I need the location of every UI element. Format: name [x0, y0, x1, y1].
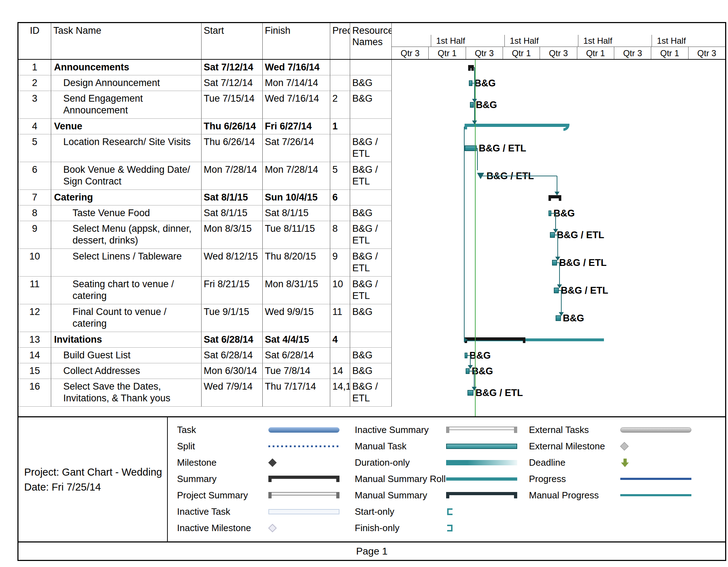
task-start: Mon 6/30/14 — [202, 363, 263, 379]
task-row: 15Collect AddressesMon 6/30/14Tue 7/8/14… — [18, 363, 725, 379]
legend-item: Manual Summary Rollup — [348, 471, 523, 487]
bar-resource-label: B&G — [553, 208, 575, 219]
task-row: 16Select Save the Dates, Invitations, & … — [18, 379, 725, 407]
legend-item: Finish-only — [348, 520, 523, 536]
task-start: Sat 7/12/14 — [202, 75, 263, 91]
task-finish: Sat 8/1/15 — [263, 205, 330, 221]
task-finish: Sat 4/4/15 — [263, 332, 330, 348]
timeline-quarter-label: Qtr 1 — [651, 47, 688, 59]
task-name: Catering — [51, 190, 202, 205]
column-header-id: ID — [18, 23, 51, 59]
task-predecessors — [330, 60, 350, 75]
task-predecessors — [330, 134, 350, 162]
legend-label: Finish-only — [348, 523, 446, 534]
task-id: 8 — [18, 205, 51, 221]
task-row: 10Select Linens / TablewareWed 8/12/15Th… — [18, 249, 725, 277]
legend-item: Manual Progress — [523, 487, 725, 503]
legend-swatch-bar-teal-fade — [446, 455, 519, 470]
gantt-row-canvas: B&G / ETL — [392, 379, 725, 407]
legend-label: Manual Progress — [523, 490, 620, 501]
task-name: Select Linens / Tableware — [51, 249, 202, 277]
task-name: Select Menu (appsk, dinner, dessert, dri… — [51, 221, 202, 249]
legend: TaskSplitMilestoneSummaryProject Summary… — [168, 417, 725, 541]
task-id: 11 — [18, 277, 51, 304]
bar-resource-label: B&G — [475, 77, 496, 89]
task-finish: Wed 9/9/15 — [263, 304, 330, 332]
gantt-row-canvas: B&G / ETL — [392, 249, 725, 277]
task-finish: Mon 7/28/14 — [263, 162, 330, 190]
task-finish: Sat 7/26/14 — [263, 134, 330, 162]
task-predecessors: 14 — [330, 363, 350, 379]
legend-swatch-bar-inactive — [268, 504, 341, 519]
column-header-predecessors: Prede — [330, 23, 350, 59]
task-finish: Thu 8/20/15 — [263, 249, 330, 277]
timeline-half-spacer — [392, 35, 431, 47]
project-title: Project: Gant Chart - Wedding — [24, 465, 167, 480]
task-name: Book Venue & Wedding Date/ Sign Contract — [51, 162, 202, 190]
project-date: Date: Fri 7/25/14 — [24, 480, 167, 494]
timeline-half-label: 1st Half — [504, 35, 578, 47]
task-resources: B&G / ETL — [350, 277, 392, 304]
legend-swatch-bracket-light — [268, 488, 341, 502]
gantt-body: 1AnnouncementsSat 7/12/14Wed 7/16/142Des… — [18, 60, 725, 416]
timeline-quarter-label: Qtr 3 — [540, 47, 577, 59]
task-start: Tue 9/1/15 — [202, 304, 263, 332]
legend-item: Duration-only — [348, 454, 523, 471]
gantt-row-canvas: B&G — [392, 363, 725, 379]
task-resources: B&G / ETL — [350, 162, 392, 190]
task-id: 4 — [18, 119, 51, 134]
gantt-row-canvas — [392, 190, 725, 205]
bar-resource-label: B&G / ETL — [479, 143, 526, 154]
legend-item: Task — [171, 422, 348, 438]
task-name: Venue — [51, 119, 202, 134]
legend-item: Deadline — [523, 454, 725, 471]
gantt-row-canvas — [392, 119, 725, 134]
gantt-bar-task — [550, 232, 555, 238]
legend-swatch-bar-teal-thin — [446, 472, 519, 486]
legend-item: Summary — [171, 471, 348, 487]
timeline-header: 1st Half1st Half1st Half1st Half Qtr 3Qt… — [392, 23, 725, 59]
legend-swatch-bar-blue — [268, 423, 341, 437]
legend-label: Inactive Summary — [348, 424, 446, 435]
gantt-bar-task — [469, 80, 472, 86]
timeline-quarter-label: Qtr 3 — [392, 47, 428, 59]
bar-resource-label: B&G — [563, 312, 584, 324]
task-resources — [350, 119, 392, 134]
legend-swatch-cap-start — [446, 504, 519, 519]
gantt-sheet: ID Task Name Start Finish Prede Resource… — [17, 22, 726, 561]
legend-item: Milestone — [171, 454, 348, 471]
timeline-quarter-label: Qtr 3 — [614, 47, 651, 59]
task-predecessors: 9 — [330, 249, 350, 277]
task-predecessors — [330, 348, 350, 363]
legend-item: Split — [171, 438, 348, 454]
task-finish: Mon 8/31/15 — [263, 277, 330, 304]
task-predecessors — [330, 205, 350, 221]
gantt-bar-manual-summary — [465, 124, 568, 127]
bar-resource-label: B&G — [472, 365, 493, 377]
bar-resource-label: B&G / ETL — [559, 257, 607, 269]
bar-resource-label: B&G — [476, 99, 497, 111]
column-header-resource-names: Resource Names — [350, 23, 392, 59]
task-start: Mon 8/3/15 — [202, 221, 263, 249]
gantt-bar-arrow — [477, 173, 484, 179]
task-name: Announcements — [51, 60, 202, 75]
task-id: 6 — [18, 162, 51, 190]
task-id: 5 — [18, 134, 51, 162]
gantt-bar-summary — [468, 65, 474, 68]
page-footer: Page 1 — [18, 541, 725, 560]
legend-label: External Milestone — [523, 441, 620, 452]
bar-resource-label: B&G / ETL — [475, 387, 523, 399]
legend-swatch-bar-teal — [446, 439, 519, 453]
legend-swatch-arrow-green — [620, 455, 693, 470]
task-row: 13InvitationsSat 6/28/14Sat 4/4/154 — [18, 332, 725, 348]
legend-column: External TasksExternal MilestoneDeadline… — [523, 422, 725, 541]
task-predecessors: 6 — [330, 190, 350, 205]
task-start: Sat 6/28/14 — [202, 332, 263, 348]
task-start: Wed 8/12/15 — [202, 249, 263, 277]
bar-resource-label: B&G / ETL — [486, 170, 534, 182]
task-predecessors: 10 — [330, 277, 350, 304]
legend-label: Duration-only — [348, 457, 446, 468]
legend-label: Task — [171, 424, 268, 435]
rows-filler — [18, 407, 725, 416]
task-row: 14Build Guest ListSat 6/28/14Sat 6/28/14… — [18, 348, 725, 363]
